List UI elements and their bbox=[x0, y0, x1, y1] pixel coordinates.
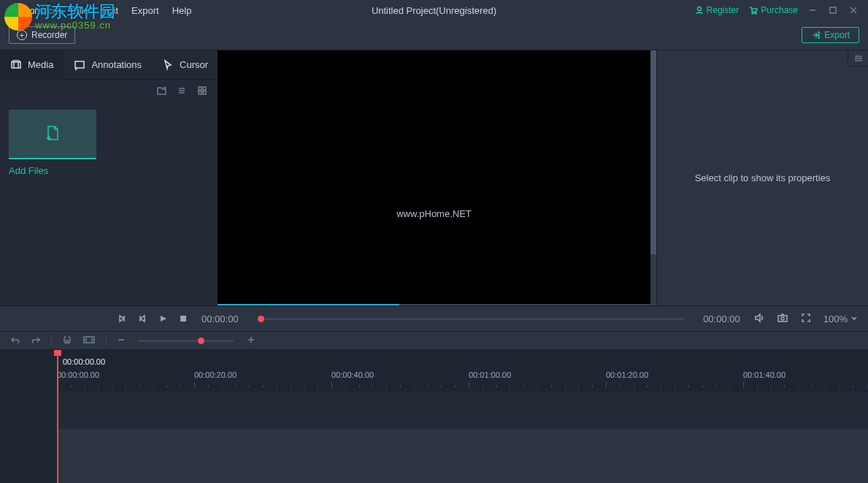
menu-file[interactable]: File bbox=[74, 5, 89, 16]
ruler-minor-tick bbox=[139, 385, 140, 388]
redo-button[interactable] bbox=[31, 335, 41, 347]
ruler-minor-tick bbox=[455, 385, 456, 388]
playback-scrubber-thumb[interactable] bbox=[258, 316, 264, 322]
ruler-tick: 00:01:00.00 bbox=[469, 370, 511, 379]
ruler-minor-tick bbox=[812, 385, 813, 388]
ruler-minor-tick bbox=[565, 385, 566, 388]
maximize-button[interactable] bbox=[829, 6, 839, 15]
export-icon bbox=[811, 31, 820, 39]
window-title: Untitled Project(Unregistered) bbox=[372, 5, 496, 16]
preview-scroll-thumb[interactable] bbox=[650, 50, 656, 254]
properties-panel: Select clip to show its properties bbox=[656, 50, 868, 305]
ruler-minor-tick bbox=[551, 385, 552, 388]
preview-scrollbar[interactable] bbox=[650, 50, 656, 305]
media-icon bbox=[10, 59, 22, 71]
zoom-in-button[interactable] bbox=[247, 335, 256, 346]
purchase-link[interactable]: Purchase bbox=[749, 5, 798, 15]
svg-rect-6 bbox=[199, 87, 201, 90]
snapshot-button[interactable] bbox=[777, 312, 788, 326]
zoom-selector[interactable]: 100% bbox=[823, 313, 858, 324]
menu-help[interactable]: Help bbox=[172, 5, 192, 16]
add-files-tile[interactable] bbox=[9, 110, 96, 159]
prev-frame-button[interactable] bbox=[117, 313, 127, 324]
ruler-minor-tick bbox=[702, 385, 703, 388]
ruler-minor-tick bbox=[743, 385, 744, 388]
view-grid-icon[interactable] bbox=[197, 85, 207, 98]
ruler-minor-tick bbox=[483, 385, 483, 388]
ruler-minor-tick bbox=[263, 385, 264, 388]
export-button[interactable]: Export bbox=[802, 27, 859, 43]
zoom-out-button[interactable] bbox=[117, 335, 126, 346]
ruler-minor-tick bbox=[112, 385, 112, 388]
timeline-zoom-thumb[interactable] bbox=[198, 338, 204, 344]
svg-point-1 bbox=[752, 12, 753, 14]
view-list-icon[interactable] bbox=[177, 85, 187, 98]
timeline-zoom-slider[interactable] bbox=[139, 340, 234, 342]
ruler-minor-tick bbox=[867, 385, 867, 388]
library-tabs: Media Annotations Cursor bbox=[0, 50, 218, 80]
playback-scrubber[interactable] bbox=[258, 318, 685, 320]
cart-icon bbox=[749, 6, 758, 15]
tab-cursor[interactable]: Cursor bbox=[152, 50, 218, 79]
preview-progress-track[interactable] bbox=[218, 304, 650, 305]
fit-zoom-button[interactable] bbox=[82, 335, 96, 347]
minimize-button[interactable] bbox=[808, 6, 818, 15]
preview-watermark: www.pHome.NET bbox=[396, 208, 472, 219]
ruler-minor-tick bbox=[331, 385, 332, 388]
next-frame-button[interactable] bbox=[137, 313, 147, 324]
playback-time-right: 00:00:00 bbox=[703, 313, 740, 324]
close-button[interactable] bbox=[849, 6, 859, 15]
menu-edit[interactable]: Edit bbox=[102, 5, 118, 16]
tab-media[interactable]: Media bbox=[0, 50, 64, 79]
ruler-minor-tick bbox=[71, 385, 72, 388]
ruler-minor-tick bbox=[180, 385, 181, 388]
properties-menu-button[interactable] bbox=[848, 50, 868, 66]
tab-annotations[interactable]: Annotations bbox=[64, 50, 152, 79]
play-button[interactable] bbox=[158, 313, 168, 324]
ruler-minor-tick bbox=[537, 385, 538, 388]
ruler-minor-tick bbox=[675, 385, 675, 388]
register-link[interactable]: Register bbox=[695, 5, 740, 15]
ruler-minor-tick bbox=[235, 385, 236, 388]
fullscreen-button[interactable] bbox=[800, 312, 812, 326]
ruler-minor-tick bbox=[592, 385, 593, 388]
ruler-minor-tick bbox=[249, 385, 250, 388]
track-labels-column bbox=[0, 350, 57, 483]
recorder-button[interactable]: + Recorder bbox=[9, 26, 75, 44]
svg-point-0 bbox=[697, 7, 701, 11]
ruler-minor-tick bbox=[98, 385, 99, 388]
add-files-caption: Add Files bbox=[9, 165, 209, 176]
toolbar: + Recorder Export bbox=[0, 20, 868, 50]
ruler-minor-tick bbox=[386, 385, 387, 388]
ruler-minor-tick bbox=[510, 385, 510, 388]
timeline-ruler[interactable]: 00:00:00.00 00:00:20.00 00:00:40.00 00:0… bbox=[57, 370, 868, 388]
stop-button[interactable] bbox=[178, 313, 188, 324]
brand-text1: filmora bbox=[16, 6, 42, 16]
preview-panel: www.pHome.NET bbox=[218, 50, 656, 305]
ruler-minor-tick bbox=[634, 385, 634, 388]
import-folder-icon[interactable] bbox=[156, 85, 166, 98]
ruler-minor-tick bbox=[606, 385, 607, 388]
svg-point-2 bbox=[755, 12, 756, 14]
purchase-label: Purchase bbox=[761, 5, 798, 15]
ruler-minor-tick bbox=[291, 385, 291, 388]
timeline-track[interactable] bbox=[57, 392, 868, 429]
split-button[interactable] bbox=[62, 335, 72, 347]
ruler-minor-tick bbox=[840, 385, 840, 388]
menu-export[interactable]: Export bbox=[131, 5, 159, 16]
tab-annotations-label: Annotations bbox=[91, 59, 142, 70]
undo-button[interactable] bbox=[10, 335, 20, 347]
ruler-minor-tick bbox=[400, 385, 401, 388]
timeline: Track 1 00:00:00.00 00:00:00.00 00:00:20… bbox=[0, 349, 868, 483]
user-icon bbox=[695, 6, 704, 15]
volume-button[interactable] bbox=[753, 312, 765, 326]
hamburger-icon bbox=[853, 53, 864, 64]
preview-viewport[interactable]: www.pHome.NET bbox=[218, 50, 650, 305]
ruler-minor-tick bbox=[620, 385, 621, 388]
svg-rect-9 bbox=[203, 91, 206, 94]
ruler-minor-tick bbox=[85, 385, 85, 388]
preview-progress-fill bbox=[218, 304, 399, 305]
cursor-icon bbox=[162, 59, 174, 71]
timeline-toolbar bbox=[0, 332, 868, 349]
playhead[interactable] bbox=[57, 350, 58, 483]
